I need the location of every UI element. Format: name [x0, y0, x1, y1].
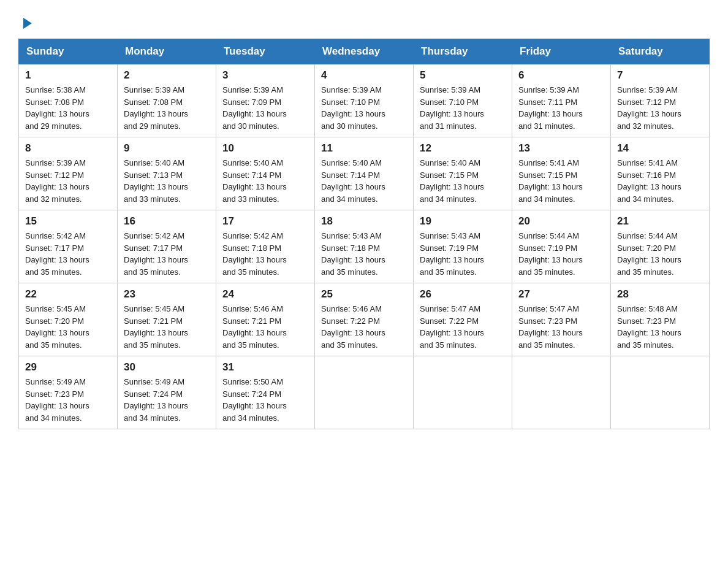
calendar-cell — [315, 356, 414, 429]
calendar-cell: 23 Sunrise: 5:45 AM Sunset: 7:21 PM Dayl… — [118, 283, 216, 356]
week-row-3: 15 Sunrise: 5:42 AM Sunset: 7:17 PM Dayl… — [19, 210, 710, 283]
day-number: 29 — [25, 361, 111, 373]
calendar-cell: 3 Sunrise: 5:39 AM Sunset: 7:09 PM Dayli… — [216, 64, 315, 137]
day-number: 25 — [321, 288, 407, 301]
day-info: Sunrise: 5:49 AM Sunset: 7:24 PM Dayligh… — [124, 376, 210, 424]
day-info: Sunrise: 5:38 AM Sunset: 7:08 PM Dayligh… — [25, 84, 111, 132]
calendar-cell: 2 Sunrise: 5:39 AM Sunset: 7:08 PM Dayli… — [118, 64, 216, 137]
calendar-cell: 10 Sunrise: 5:40 AM Sunset: 7:14 PM Dayl… — [216, 137, 315, 210]
day-number: 17 — [222, 215, 308, 228]
calendar-cell — [414, 356, 512, 429]
day-number: 26 — [420, 288, 506, 301]
day-number: 3 — [222, 69, 308, 82]
calendar-cell: 26 Sunrise: 5:47 AM Sunset: 7:22 PM Dayl… — [414, 283, 512, 356]
day-info: Sunrise: 5:43 AM Sunset: 7:19 PM Dayligh… — [420, 230, 506, 278]
week-row-5: 29 Sunrise: 5:49 AM Sunset: 7:23 PM Dayl… — [19, 356, 710, 429]
calendar-cell: 31 Sunrise: 5:50 AM Sunset: 7:24 PM Dayl… — [216, 356, 315, 429]
day-info: Sunrise: 5:43 AM Sunset: 7:18 PM Dayligh… — [321, 230, 407, 278]
calendar-cell: 17 Sunrise: 5:42 AM Sunset: 7:18 PM Dayl… — [216, 210, 315, 283]
week-row-2: 8 Sunrise: 5:39 AM Sunset: 7:12 PM Dayli… — [19, 137, 710, 210]
calendar-cell: 29 Sunrise: 5:49 AM Sunset: 7:23 PM Dayl… — [19, 356, 118, 429]
calendar-cell — [512, 356, 611, 429]
day-info: Sunrise: 5:44 AM Sunset: 7:20 PM Dayligh… — [617, 230, 703, 278]
day-info: Sunrise: 5:40 AM Sunset: 7:15 PM Dayligh… — [420, 157, 506, 205]
day-info: Sunrise: 5:46 AM Sunset: 7:22 PM Dayligh… — [321, 303, 407, 351]
day-number: 13 — [518, 142, 604, 155]
day-info: Sunrise: 5:49 AM Sunset: 7:23 PM Dayligh… — [25, 376, 111, 424]
logo-arrow-icon — [21, 17, 34, 30]
day-header-wednesday: Wednesday — [315, 39, 414, 64]
day-info: Sunrise: 5:40 AM Sunset: 7:14 PM Dayligh… — [222, 157, 308, 205]
day-header-tuesday: Tuesday — [216, 39, 315, 64]
day-info: Sunrise: 5:50 AM Sunset: 7:24 PM Dayligh… — [222, 376, 308, 424]
week-row-1: 1 Sunrise: 5:38 AM Sunset: 7:08 PM Dayli… — [19, 64, 710, 137]
day-number: 11 — [321, 142, 407, 155]
calendar-cell: 12 Sunrise: 5:40 AM Sunset: 7:15 PM Dayl… — [414, 137, 512, 210]
day-info: Sunrise: 5:46 AM Sunset: 7:21 PM Dayligh… — [222, 303, 308, 351]
day-info: Sunrise: 5:48 AM Sunset: 7:23 PM Dayligh… — [617, 303, 703, 351]
day-info: Sunrise: 5:47 AM Sunset: 7:22 PM Dayligh… — [420, 303, 506, 351]
day-number: 20 — [518, 215, 604, 228]
calendar-cell: 19 Sunrise: 5:43 AM Sunset: 7:19 PM Dayl… — [414, 210, 512, 283]
calendar-cell: 24 Sunrise: 5:46 AM Sunset: 7:21 PM Dayl… — [216, 283, 315, 356]
day-info: Sunrise: 5:44 AM Sunset: 7:19 PM Dayligh… — [518, 230, 604, 278]
day-info: Sunrise: 5:41 AM Sunset: 7:15 PM Dayligh… — [518, 157, 604, 205]
day-number: 15 — [25, 215, 111, 228]
day-number: 27 — [518, 288, 604, 301]
day-number: 22 — [25, 288, 111, 301]
day-info: Sunrise: 5:40 AM Sunset: 7:14 PM Dayligh… — [321, 157, 407, 205]
calendar-cell: 27 Sunrise: 5:47 AM Sunset: 7:23 PM Dayl… — [512, 283, 611, 356]
day-number: 14 — [617, 142, 703, 155]
calendar-cell: 4 Sunrise: 5:39 AM Sunset: 7:10 PM Dayli… — [315, 64, 414, 137]
days-of-week-row: SundayMondayTuesdayWednesdayThursdayFrid… — [19, 39, 710, 64]
day-number: 1 — [25, 69, 111, 82]
day-info: Sunrise: 5:39 AM Sunset: 7:10 PM Dayligh… — [420, 84, 506, 132]
day-info: Sunrise: 5:39 AM Sunset: 7:10 PM Dayligh… — [321, 84, 407, 132]
day-info: Sunrise: 5:42 AM Sunset: 7:18 PM Dayligh… — [222, 230, 308, 278]
calendar-cell: 28 Sunrise: 5:48 AM Sunset: 7:23 PM Dayl… — [611, 283, 710, 356]
day-number: 19 — [420, 215, 506, 228]
calendar-cell: 15 Sunrise: 5:42 AM Sunset: 7:17 PM Dayl… — [19, 210, 118, 283]
day-info: Sunrise: 5:45 AM Sunset: 7:21 PM Dayligh… — [124, 303, 210, 351]
calendar-cell: 14 Sunrise: 5:41 AM Sunset: 7:16 PM Dayl… — [611, 137, 710, 210]
day-number: 24 — [222, 288, 308, 301]
week-row-4: 22 Sunrise: 5:45 AM Sunset: 7:20 PM Dayl… — [19, 283, 710, 356]
day-header-sunday: Sunday — [19, 39, 118, 64]
page-header — [18, 12, 710, 33]
day-number: 12 — [420, 142, 506, 155]
day-info: Sunrise: 5:39 AM Sunset: 7:12 PM Dayligh… — [617, 84, 703, 132]
day-number: 18 — [321, 215, 407, 228]
day-info: Sunrise: 5:47 AM Sunset: 7:23 PM Dayligh… — [518, 303, 604, 351]
calendar-cell: 9 Sunrise: 5:40 AM Sunset: 7:13 PM Dayli… — [118, 137, 216, 210]
calendar-cell: 30 Sunrise: 5:49 AM Sunset: 7:24 PM Dayl… — [118, 356, 216, 429]
day-number: 16 — [124, 215, 210, 228]
svg-marker-0 — [23, 18, 32, 29]
day-info: Sunrise: 5:40 AM Sunset: 7:13 PM Dayligh… — [124, 157, 210, 205]
calendar-cell: 8 Sunrise: 5:39 AM Sunset: 7:12 PM Dayli… — [19, 137, 118, 210]
calendar-cell: 1 Sunrise: 5:38 AM Sunset: 7:08 PM Dayli… — [19, 64, 118, 137]
day-info: Sunrise: 5:45 AM Sunset: 7:20 PM Dayligh… — [25, 303, 111, 351]
calendar-cell: 5 Sunrise: 5:39 AM Sunset: 7:10 PM Dayli… — [414, 64, 512, 137]
day-info: Sunrise: 5:39 AM Sunset: 7:11 PM Dayligh… — [518, 84, 604, 132]
day-header-thursday: Thursday — [414, 39, 512, 64]
day-header-saturday: Saturday — [611, 39, 710, 64]
day-number: 9 — [124, 142, 210, 155]
calendar-cell: 6 Sunrise: 5:39 AM Sunset: 7:11 PM Dayli… — [512, 64, 611, 137]
day-number: 8 — [25, 142, 111, 155]
calendar-table: SundayMondayTuesdayWednesdayThursdayFrid… — [18, 39, 710, 429]
calendar-cell: 22 Sunrise: 5:45 AM Sunset: 7:20 PM Dayl… — [19, 283, 118, 356]
day-info: Sunrise: 5:39 AM Sunset: 7:09 PM Dayligh… — [222, 84, 308, 132]
day-number: 2 — [124, 69, 210, 82]
day-number: 30 — [124, 361, 210, 373]
calendar-cell: 21 Sunrise: 5:44 AM Sunset: 7:20 PM Dayl… — [611, 210, 710, 283]
day-number: 4 — [321, 69, 407, 82]
day-number: 5 — [420, 69, 506, 82]
day-number: 28 — [617, 288, 703, 301]
calendar-cell: 11 Sunrise: 5:40 AM Sunset: 7:14 PM Dayl… — [315, 137, 414, 210]
calendar-cell: 13 Sunrise: 5:41 AM Sunset: 7:15 PM Dayl… — [512, 137, 611, 210]
calendar-cell: 7 Sunrise: 5:39 AM Sunset: 7:12 PM Dayli… — [611, 64, 710, 137]
day-number: 10 — [222, 142, 308, 155]
day-number: 31 — [222, 361, 308, 373]
day-info: Sunrise: 5:39 AM Sunset: 7:12 PM Dayligh… — [25, 157, 111, 205]
day-info: Sunrise: 5:39 AM Sunset: 7:08 PM Dayligh… — [124, 84, 210, 132]
